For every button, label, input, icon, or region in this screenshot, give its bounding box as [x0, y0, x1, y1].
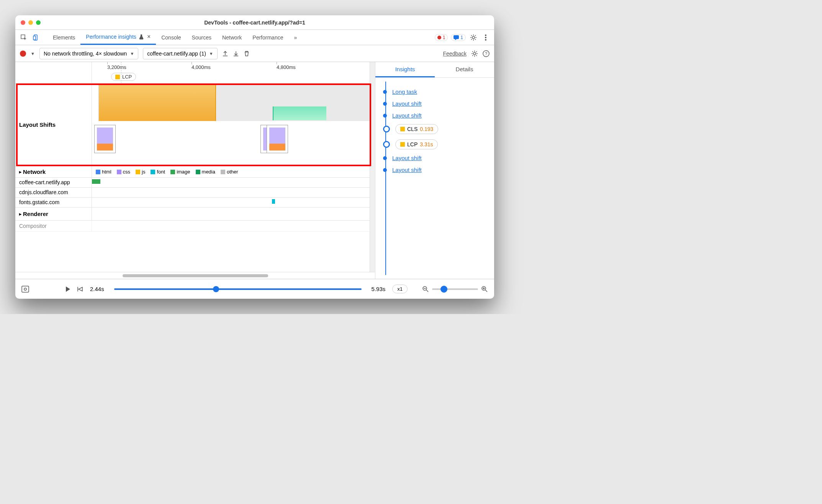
error-badge[interactable]: 1 [435, 34, 448, 41]
track-body[interactable] [92, 83, 375, 166]
zoom-slider[interactable] [432, 288, 478, 290]
track-label[interactable]: Network [15, 166, 92, 177]
timeline-area[interactable]: 3,200ms 4,000ms 4,800ms LCP Layout Shift… [15, 62, 375, 272]
record-button[interactable] [20, 51, 26, 57]
square-icon [221, 170, 225, 174]
titlebar: DevTools - coffee-cart.netlify.app/?ad=1 [15, 15, 494, 30]
square-icon [170, 170, 175, 174]
toggle-overlay-icon[interactable] [21, 286, 29, 293]
traffic-lights [21, 20, 41, 25]
recording-select[interactable]: coffee-cart.netlify.app (1)▼ [143, 48, 217, 59]
kebab-menu-icon[interactable] [481, 33, 490, 42]
help-icon[interactable]: ? [483, 50, 490, 57]
tab-details[interactable]: Details [435, 62, 494, 77]
zoom-controls [422, 286, 488, 293]
legend-css: css [117, 169, 131, 175]
tab-sources[interactable]: Sources [187, 30, 217, 45]
track-body[interactable] [92, 178, 375, 187]
bullet-icon [383, 102, 387, 106]
device-toggle-icon[interactable] [31, 33, 41, 42]
insight-link[interactable]: Layout shift [392, 100, 422, 107]
legend-font: font [151, 169, 165, 175]
track-label[interactable]: Compositor [15, 221, 92, 231]
lcp-marker[interactable]: LCP [111, 73, 136, 81]
track-body[interactable] [92, 221, 375, 231]
record-dropdown-icon[interactable]: ▼ [31, 51, 35, 56]
request-bar[interactable] [92, 179, 100, 184]
insight-item: Layout shift [383, 112, 492, 119]
settings-gear-icon[interactable] [469, 33, 478, 42]
svg-point-4 [472, 36, 475, 39]
tab-performance-insights[interactable]: Performance insights × [80, 30, 156, 45]
slider-knob[interactable] [440, 286, 447, 293]
speed-toggle[interactable]: x1 [392, 285, 408, 293]
legend-html: html [96, 169, 111, 175]
panel-settings-icon[interactable] [471, 50, 478, 57]
cls-pill[interactable]: CLS 0.193 [395, 124, 438, 134]
play-icon[interactable] [66, 286, 70, 292]
tab-insights[interactable]: Insights [375, 62, 435, 77]
insight-link[interactable]: Long task [392, 88, 417, 95]
import-icon[interactable] [233, 51, 239, 57]
insight-item: Layout shift [383, 100, 492, 107]
maximize-window-icon[interactable] [36, 20, 41, 25]
slider-knob[interactable] [213, 286, 219, 292]
zoom-out-icon[interactable] [422, 286, 429, 293]
time-slider[interactable] [114, 288, 362, 290]
network-host-row: coffee-cart.netlify.app [15, 178, 375, 188]
insight-link[interactable]: Layout shift [392, 155, 422, 161]
insight-link[interactable]: Layout shift [392, 167, 422, 173]
time-ruler: 3,200ms 4,000ms 4,800ms LCP [15, 62, 375, 83]
legend-js: js [136, 169, 145, 175]
metric-name: CLS [407, 126, 418, 132]
lcp-pill[interactable]: LCP 3.31s [395, 139, 438, 149]
bullet-icon [383, 126, 390, 133]
export-icon[interactable] [222, 51, 228, 57]
insight-item: Long task [383, 88, 492, 95]
track-label[interactable]: Renderer [15, 208, 92, 220]
inspect-icon[interactable] [19, 33, 28, 42]
tab-performance[interactable]: Performance [247, 30, 288, 45]
track-body[interactable] [92, 208, 375, 220]
zoom-in-icon[interactable] [481, 286, 488, 293]
tab-label: Elements [53, 34, 75, 41]
flame-block-green[interactable] [273, 106, 326, 120]
layout-shifts-track: Layout Shifts [15, 83, 375, 166]
request-bar[interactable] [272, 199, 275, 204]
square-icon [96, 170, 100, 174]
error-dot-icon [437, 36, 441, 39]
tab-elements[interactable]: Elements [47, 30, 80, 45]
tab-more[interactable]: » [288, 30, 302, 45]
tab-network[interactable]: Network [217, 30, 247, 45]
square-icon [151, 170, 155, 174]
svg-point-12 [24, 288, 26, 290]
throttle-select[interactable]: No network throttling, 4× slowdown▼ [39, 48, 138, 59]
track-body[interactable] [92, 198, 375, 207]
bullet-icon [383, 90, 387, 94]
time-tick: 4,800ms [277, 64, 296, 70]
scrollbar-thumb[interactable] [123, 274, 268, 277]
legend-media: media [196, 169, 215, 175]
square-icon [400, 142, 405, 147]
minimize-window-icon[interactable] [28, 20, 33, 25]
insight-link[interactable]: Layout shift [392, 112, 422, 119]
svg-text:?: ? [485, 51, 487, 56]
close-window-icon[interactable] [21, 20, 25, 25]
message-icon [454, 35, 459, 40]
track-body[interactable] [92, 188, 375, 197]
insights-list[interactable]: Long task Layout shift Layout shift CLS … [375, 78, 494, 279]
screenshot-thumb[interactable] [94, 125, 116, 153]
time-tick: 3,200ms [107, 64, 126, 70]
vertical-scrollbar[interactable] [370, 62, 375, 272]
tab-console[interactable]: Console [156, 30, 186, 45]
rewind-icon[interactable] [77, 286, 83, 292]
message-badge[interactable]: 1 [451, 34, 466, 41]
screenshot-thumb[interactable] [267, 125, 288, 153]
tab-close-icon[interactable]: × [147, 33, 151, 40]
insight-item: Layout shift [383, 167, 492, 173]
flame-block-orange[interactable] [99, 85, 216, 121]
feedback-link[interactable]: Feedback [443, 51, 467, 57]
delete-icon[interactable] [244, 51, 250, 57]
tab-label: Console [161, 34, 181, 41]
horizontal-scrollbar[interactable] [15, 272, 375, 279]
